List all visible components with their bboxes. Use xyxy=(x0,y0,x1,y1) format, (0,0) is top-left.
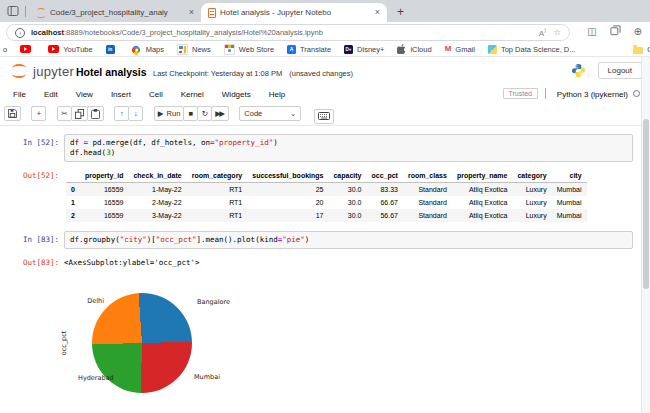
notebook-body: In [52]: df = pd.merge(df, df_hotels, on… xyxy=(0,126,641,413)
move-cell-up-button[interactable]: ↑ xyxy=(114,106,129,121)
table-row: 2165593-May-22RT11730.056.67StandardAtli… xyxy=(66,209,587,222)
menu-help[interactable]: Help xyxy=(260,90,294,99)
browser-essentials-icon[interactable]: ⊕ xyxy=(634,26,642,37)
kernel-name: Python 3 (ipykernel) xyxy=(557,90,628,99)
restart-run-all-button[interactable]: ▶▶ xyxy=(211,106,229,121)
notebook-menubar: FileEditViewInsertCellKernelWidgetsHelp … xyxy=(0,85,650,104)
bookmark-disney[interactable]: D+Disney+ xyxy=(344,45,384,54)
divider xyxy=(545,88,546,99)
close-tab-icon[interactable]: × xyxy=(189,8,194,17)
tab-title: Hotel analysis - Jupyter Notebo xyxy=(220,8,371,17)
browser-toolbar: i localhost:8889/notebooks/Code/3_projec… xyxy=(0,22,650,42)
add-cell-button[interactable]: + xyxy=(31,106,46,121)
close-tab-icon[interactable]: × xyxy=(375,8,380,17)
bookmark-o[interactable]: O xyxy=(633,45,650,54)
dataframe-table: property_idcheck_in_dateroom_categorysuc… xyxy=(66,169,587,222)
bookmark-label: Top Data Science, D... xyxy=(501,45,576,54)
save-button[interactable] xyxy=(4,106,21,121)
site-info-icon[interactable]: i xyxy=(15,28,25,38)
code-input-1[interactable]: df = pd.merge(df, df_hotels, on="propert… xyxy=(64,134,633,162)
youtube-icon xyxy=(48,45,59,53)
tab-separator xyxy=(25,6,26,17)
menu-view[interactable]: View xyxy=(67,90,102,99)
split-screen-icon[interactable]: ◫ xyxy=(587,26,596,37)
chevron-down-icon: ⌄ xyxy=(290,109,296,118)
bookmark-label: Translate xyxy=(300,45,331,54)
pie-ylabel: occ_pct xyxy=(60,331,68,356)
command-palette-keyboard-icon[interactable] xyxy=(314,109,334,124)
pie-label-bangalore: Bangalore xyxy=(197,298,230,306)
notebook-favicon xyxy=(208,8,216,18)
bookmark-maps[interactable]: Maps xyxy=(132,45,164,54)
browser-tab-2-active[interactable]: Hotel analysis - Jupyter Notebo × xyxy=(201,3,387,22)
output-area-2: Out[83]: <AxesSubplot:ylabel='occ_pct'> xyxy=(0,254,641,268)
new-tab-button[interactable]: + xyxy=(397,7,404,17)
tab-actions-icon[interactable] xyxy=(7,5,19,17)
run-button[interactable]: ▶ Run xyxy=(154,106,185,121)
jupyter-brand[interactable]: jupyter xyxy=(33,64,74,79)
youtube-icon xyxy=(20,45,31,53)
pie-label-mumbai: Mumbai xyxy=(194,373,220,381)
notebook-title[interactable]: Hotel analysis xyxy=(76,66,147,78)
favorite-star-icon[interactable]: ☆ xyxy=(554,28,561,37)
page-scrollbar[interactable] xyxy=(641,57,650,413)
scrollbar-thumb[interactable] xyxy=(643,119,649,289)
output-area-1: Out[52]: property_idcheck_in_dateroom_ca… xyxy=(0,167,641,222)
table-row: 0165591-May-22RT12530.083.33StandardAtli… xyxy=(66,183,587,197)
paste-cell-button[interactable] xyxy=(87,106,104,121)
menu-kernel[interactable]: Kernel xyxy=(172,90,213,99)
repr-output-text: <AxesSubplot:ylabel='occ_pct'> xyxy=(64,254,199,268)
jupyter-header: jupyter Hotel analysis Last Checkpoint: … xyxy=(0,57,650,85)
url-text: localhost:8889/notebooks/Code/3_project_… xyxy=(31,28,539,37)
restart-kernel-button[interactable]: ↻ xyxy=(197,106,212,121)
menu-file[interactable]: File xyxy=(4,90,35,99)
move-cell-down-button[interactable]: ↓ xyxy=(128,106,143,121)
tab-title: Code/3_project_hospitality_analy xyxy=(50,8,185,17)
jupyter-logo-icon[interactable] xyxy=(10,63,29,79)
browser-tab-strip: Code/3_project_hospitality_analy × Hotel… xyxy=(0,0,650,22)
menu-cell[interactable]: Cell xyxy=(140,90,172,99)
kernel-idle-icon xyxy=(633,90,640,97)
read-aloud-icon[interactable]: A) xyxy=(539,27,546,38)
disney-icon: D+ xyxy=(344,45,353,54)
pie-label-delhi: Delhi xyxy=(68,297,104,305)
jupyter-favicon xyxy=(36,8,46,18)
menu-insert[interactable]: Insert xyxy=(102,90,140,99)
trusted-badge: Trusted xyxy=(503,88,538,99)
browser-window: Code/3_project_hospitality_analy × Hotel… xyxy=(0,0,650,413)
webstore-icon xyxy=(224,44,235,55)
translate-icon: A xyxy=(287,45,296,54)
cut-cell-button[interactable]: ✂ xyxy=(57,106,72,121)
input-prompt: In [52]: xyxy=(0,134,64,162)
collections-icon[interactable] xyxy=(610,25,621,38)
bookmark-linkedin-icon[interactable]: in xyxy=(106,45,119,54)
logout-button[interactable]: Logout xyxy=(598,62,642,79)
interrupt-kernel-button[interactable]: ■ xyxy=(183,106,198,121)
bookmark-label: Maps xyxy=(146,45,164,54)
code-cell-1: In [52]: df = pd.merge(df, df_hotels, on… xyxy=(0,134,641,162)
bookmark-youtube-icon[interactable] xyxy=(20,45,35,53)
copy-cell-button[interactable] xyxy=(71,106,88,121)
table-row: 1165592-May-22RT12030.066.67StandardAtli… xyxy=(66,196,587,209)
address-bar[interactable]: i localhost:8889/notebooks/Code/3_projec… xyxy=(6,24,570,41)
bookmark-translate[interactable]: ATranslate xyxy=(287,45,331,54)
bookmark-top-data-science-d[interactable]: Top Data Science, D... xyxy=(488,45,576,54)
bookmark-web-store[interactable]: Web Store xyxy=(224,44,274,55)
bookmark-gmail[interactable]: MGmail xyxy=(445,45,475,54)
python-logo-icon xyxy=(571,63,586,82)
bookmark-youtube[interactable]: YouTube xyxy=(48,45,92,54)
maps-icon xyxy=(132,45,142,54)
bookmark-icloud[interactable]: iCloud xyxy=(397,44,431,54)
datascience-folder-icon xyxy=(488,45,497,54)
menu-widgets[interactable]: Widgets xyxy=(213,90,260,99)
bookmark-label: Disney+ xyxy=(357,45,384,54)
bookmark-news[interactable]: News xyxy=(177,44,211,55)
menu-edit[interactable]: Edit xyxy=(35,90,67,99)
code-input-2[interactable]: df.groupby("city")["occ_pct"].mean().plo… xyxy=(64,231,633,249)
browser-tab-1[interactable]: Code/3_project_hospitality_analy × xyxy=(29,3,201,22)
cell-type-select[interactable]: Code⌄ xyxy=(239,106,301,121)
checkpoint-status: Last Checkpoint: Yesterday at 1:08 PM(un… xyxy=(153,69,353,78)
bookmark-o[interactable]: o xyxy=(3,45,7,54)
bookmark-label: News xyxy=(192,45,211,54)
notebook-toolbar: + ✂ ↑ ↓ ▶ Run ■ ↻ ▶▶ Code⌄ xyxy=(0,103,650,126)
